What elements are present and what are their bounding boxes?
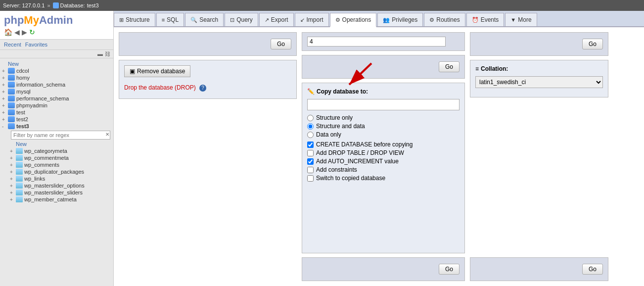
remove-db-button[interactable]: ▣ Remove database bbox=[124, 65, 190, 77]
radio-structure-only[interactable]: Structure only bbox=[307, 114, 460, 121]
expander-mysql: + bbox=[2, 89, 8, 95]
privileges-tab-label: Privileges bbox=[392, 16, 417, 23]
remove-db-panel: ▣ Remove database Drop the database (DRO… bbox=[119, 60, 297, 99]
expander-commentmeta: + bbox=[10, 155, 16, 161]
check-auto-increment[interactable]: Add AUTO_INCREMENT value bbox=[307, 158, 460, 165]
tree-item-test[interactable]: + test bbox=[0, 109, 113, 116]
tree-item-wp-masterslider-options[interactable]: + wp_masterslider_options bbox=[8, 182, 113, 189]
check-add-drop[interactable]: Add DROP TABLE / DROP VIEW bbox=[307, 149, 460, 156]
link-icon[interactable]: ⛓ bbox=[105, 51, 110, 57]
events-tab-icon: ⏰ bbox=[472, 17, 479, 23]
collapse-icon[interactable]: ▬ bbox=[97, 51, 103, 57]
label-mysql: mysql bbox=[16, 89, 31, 95]
help-icon[interactable]: ? bbox=[199, 85, 206, 92]
tree-item-performance-schema[interactable]: + performance_schema bbox=[0, 95, 113, 102]
copy-db-panel: ✏️ Copy database to: Structure only bbox=[302, 83, 465, 253]
filter-clear-btn[interactable]: ✕ bbox=[105, 132, 109, 137]
tree-item-mysql[interactable]: + mysql bbox=[0, 88, 113, 95]
logo-area: phpMyAdmin 🏠 ◀ ▶ ↻ bbox=[0, 11, 113, 40]
tab-routines[interactable]: ⚙ Routines bbox=[424, 13, 465, 26]
radio-structure-data[interactable]: Structure and data bbox=[307, 123, 460, 130]
tab-export[interactable]: ↗ Export bbox=[259, 13, 294, 26]
main-content: Go ▣ Remove database Drop the database (… bbox=[114, 27, 644, 286]
go-button-top-right[interactable]: Go bbox=[582, 39, 603, 49]
panel-mid-center: Go bbox=[302, 55, 465, 79]
check-create-db-label: CREATE DATABASE before copying bbox=[316, 141, 413, 148]
filter-input[interactable] bbox=[11, 131, 110, 140]
label-perf: performance_schema bbox=[16, 95, 69, 101]
db-icon-homy bbox=[8, 75, 15, 81]
db-icon-pma bbox=[8, 102, 15, 108]
tab-sql[interactable]: ≡ SQL bbox=[156, 13, 184, 26]
tree-item-homy[interactable]: + homy bbox=[0, 74, 113, 81]
collation-icon: ≡ bbox=[475, 65, 479, 72]
tree-item-cdcol[interactable]: + cdcol bbox=[0, 67, 113, 74]
arrow-icon[interactable]: ◀ bbox=[14, 28, 20, 36]
db-icon-test3 bbox=[8, 123, 15, 129]
tree-item-test2[interactable]: + test2 bbox=[0, 116, 113, 123]
arrow-icon2[interactable]: ▶ bbox=[22, 28, 27, 36]
check-create-db[interactable]: CREATE DATABASE before copying bbox=[307, 141, 460, 148]
home-icon[interactable]: 🏠 bbox=[4, 28, 12, 36]
tree-item-new-sub[interactable]: New bbox=[8, 141, 113, 147]
remove-db-icon: ▣ bbox=[130, 68, 135, 75]
check-add-drop-input[interactable] bbox=[307, 150, 314, 156]
check-create-db-input[interactable] bbox=[307, 142, 314, 148]
check-switch-copied[interactable]: Switch to copied database bbox=[307, 175, 460, 182]
check-auto-increment-input[interactable] bbox=[307, 158, 314, 165]
tree-item-phpmyadmin[interactable]: + phpmyadmin bbox=[0, 102, 113, 109]
tab-search[interactable]: 🔍 Search bbox=[185, 13, 224, 26]
expander-cdcol: + bbox=[2, 68, 8, 74]
tab-more[interactable]: ▼ More bbox=[505, 13, 537, 26]
tree-item-wp-categorymeta[interactable]: + wp_categorymeta bbox=[8, 147, 113, 154]
check-switch-copied-input[interactable] bbox=[307, 175, 314, 182]
tree-item-wp-masterslider-sliders[interactable]: + wp_masterslider_sliders bbox=[8, 189, 113, 196]
go-row-mid: Go bbox=[307, 59, 460, 74]
recent-link[interactable]: Recent bbox=[4, 42, 21, 48]
radio-structure-only-input[interactable] bbox=[307, 115, 314, 121]
tab-events[interactable]: ⏰ Events bbox=[466, 13, 505, 26]
label-test2: test2 bbox=[16, 116, 28, 122]
copy-db-input[interactable] bbox=[307, 99, 460, 110]
subtree-test3: ✕ New + wp_categorymeta + bbox=[0, 131, 113, 203]
tree-item-information-schema[interactable]: + information_schema bbox=[0, 81, 113, 88]
radio-data-only-input[interactable] bbox=[307, 132, 314, 138]
tree-item-wp-duplicator[interactable]: + wp_duplicator_packages bbox=[8, 168, 113, 175]
label-member-catmeta: wp_member_catmeta bbox=[24, 196, 77, 202]
go-button-mid[interactable]: Go bbox=[439, 61, 460, 72]
check-add-constraints[interactable]: Add constraints bbox=[307, 166, 460, 173]
radio-structure-data-label: Structure and data bbox=[316, 123, 365, 130]
refresh-icon[interactable]: ↻ bbox=[29, 28, 35, 36]
check-add-constraints-input[interactable] bbox=[307, 167, 314, 173]
favorites-link[interactable]: Favorites bbox=[25, 42, 47, 48]
tab-privileges[interactable]: 👥 Privileges bbox=[377, 13, 423, 26]
go-button-top-left[interactable]: Go bbox=[271, 39, 291, 49]
tree-item-wp-commentmeta[interactable]: + wp_commentmeta bbox=[8, 154, 113, 161]
radio-data-only[interactable]: Data only bbox=[307, 131, 460, 138]
label-catmeta: wp_categorymeta bbox=[24, 148, 67, 154]
collation-select[interactable]: latin1_swedish_ci utf8_general_ci utf8mb… bbox=[475, 76, 603, 88]
tree-item-test3[interactable]: - test3 bbox=[0, 123, 113, 130]
expander-comments: + bbox=[10, 162, 16, 168]
radio-structure-data-input[interactable] bbox=[307, 123, 314, 130]
db-icon-top bbox=[53, 2, 59, 8]
tab-import[interactable]: ↙ Import bbox=[295, 13, 329, 26]
tab-structure[interactable]: ⊞ Structure bbox=[114, 13, 155, 26]
number-input-center[interactable] bbox=[307, 37, 446, 47]
tree-item-wp-comments[interactable]: + wp_comments bbox=[8, 161, 113, 168]
tree-item-new-top[interactable]: New bbox=[0, 60, 113, 67]
drop-db-link[interactable]: Drop the database (DROP) bbox=[124, 84, 196, 91]
go-button-collation[interactable]: Go bbox=[582, 264, 603, 275]
top-bar: Server: 127.0.0.1 » Database: test3 bbox=[0, 0, 644, 11]
tab-query[interactable]: ⊡ Query bbox=[225, 13, 258, 26]
label-test: test bbox=[16, 109, 25, 115]
db-icon-mysql bbox=[8, 89, 15, 95]
tree-item-wp-links[interactable]: + wp_links bbox=[8, 175, 113, 182]
tree-item-wp-member-catmeta[interactable]: + wp_member_catmeta bbox=[8, 196, 113, 203]
table-icon-member-catmeta bbox=[16, 196, 23, 202]
sidebar-icon-row: 🏠 ◀ ▶ ↻ bbox=[4, 28, 73, 36]
go-button-copy[interactable]: Go bbox=[439, 264, 460, 275]
panel-bottom-right: Go bbox=[470, 257, 608, 281]
tab-operations[interactable]: ⚙ Operations bbox=[330, 13, 377, 27]
copy-title-text: Copy database to: bbox=[317, 88, 368, 95]
